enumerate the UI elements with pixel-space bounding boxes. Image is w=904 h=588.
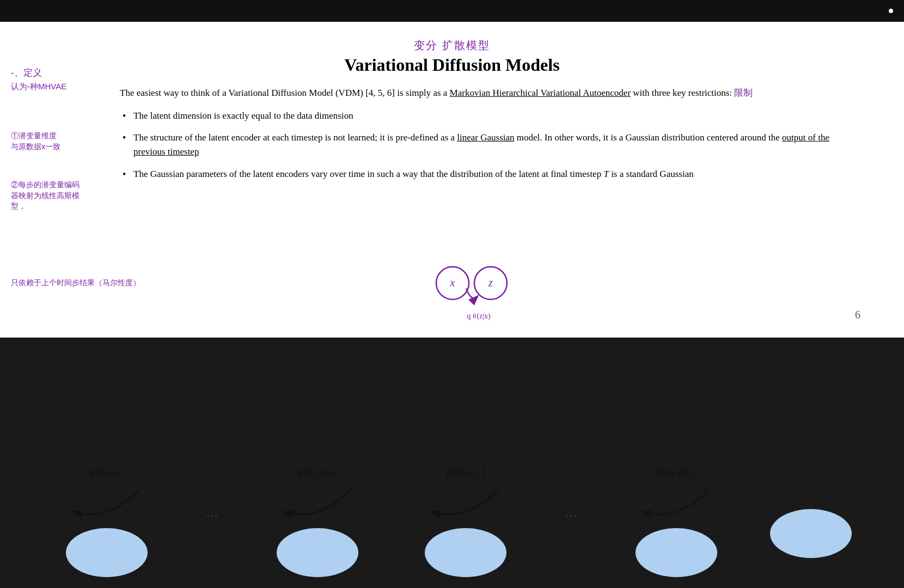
bullet-item-3: The Gaussian parameters of the latent en… [120, 167, 860, 181]
arrow-arc-2 [263, 485, 372, 528]
node-oval-3 [425, 528, 506, 577]
chain-node-4: p(xT-1|xT) [622, 465, 731, 577]
node-oval-2 [277, 528, 358, 577]
svg-text:x: x [450, 277, 455, 289]
intro-text: The easiest way to think of a Variationa… [120, 86, 860, 100]
node-oval-5 [770, 509, 852, 558]
svg-text:z: z [488, 277, 493, 289]
chain-node-1: p(x0|x1) [52, 465, 161, 577]
svg-text:q: q [467, 312, 471, 320]
dot-indicator [889, 9, 893, 13]
svg-text:θ: θ [473, 313, 476, 320]
chain-node-2: p(xt-1|xt) [263, 465, 372, 577]
annotation-bullet-1: ①潜变量维度 与原数据x一致 [11, 131, 60, 152]
node-oval-4 [636, 528, 717, 577]
chinese-title: 变分 扩散模型 [44, 38, 860, 53]
ellipsis-1: ··· [200, 506, 224, 536]
content-area: The easiest way to think of a Variationa… [120, 86, 860, 181]
chain-label-4: p(xT-1|xT) [655, 465, 698, 480]
annotation-markov: 只依赖于上个时间步结果（马尔性度） [11, 278, 141, 289]
diagram-svg: x z q θ (z|x) [423, 256, 521, 321]
annotation-top-left: -、定义 认为-种MHVAE [11, 65, 66, 93]
slide-area: 变分 扩散模型 Variational Diffusion Models -、定… [0, 22, 904, 338]
chain-label-1: p(x0|x1) [90, 465, 124, 480]
slide-title-area: 变分 扩散模型 Variational Diffusion Models [44, 38, 860, 75]
main-title: Variational Diffusion Models [44, 55, 860, 75]
svg-text:(z|x): (z|x) [477, 312, 491, 321]
chain-node-3: p(xt|xt+1) [411, 465, 520, 577]
chain-diagram-row: p(x0|x1) ··· p(xt-1|xt) [0, 465, 904, 577]
slide-diagram: x z q θ (z|x) [423, 256, 521, 321]
chain-node-5: p [770, 465, 852, 558]
node-oval-1 [66, 528, 148, 577]
annotation-bullet-2: ②每步的潜变量编码 器映射为线性高斯模 型， [11, 180, 80, 212]
page-number: 6 [855, 309, 860, 321]
bullet-list: The latent dimension is exactly equal to… [120, 109, 860, 181]
arrow-arc-1 [52, 485, 161, 528]
bullet-item-2: The structure of the latent encoder at e… [120, 131, 860, 160]
ellipsis-2: ··· [559, 506, 583, 536]
bottom-section: p(x0|x1) ··· p(xt-1|xt) [0, 338, 904, 588]
arrow-arc-3 [411, 485, 520, 528]
chain-label-2: p(xt-1|xt) [299, 465, 336, 480]
bullet-item-1: The latent dimension is exactly equal to… [120, 109, 860, 123]
chain-label-3: p(xt|xt+1) [446, 465, 485, 480]
top-bar [0, 0, 904, 22]
arrow-arc-4 [622, 485, 731, 528]
